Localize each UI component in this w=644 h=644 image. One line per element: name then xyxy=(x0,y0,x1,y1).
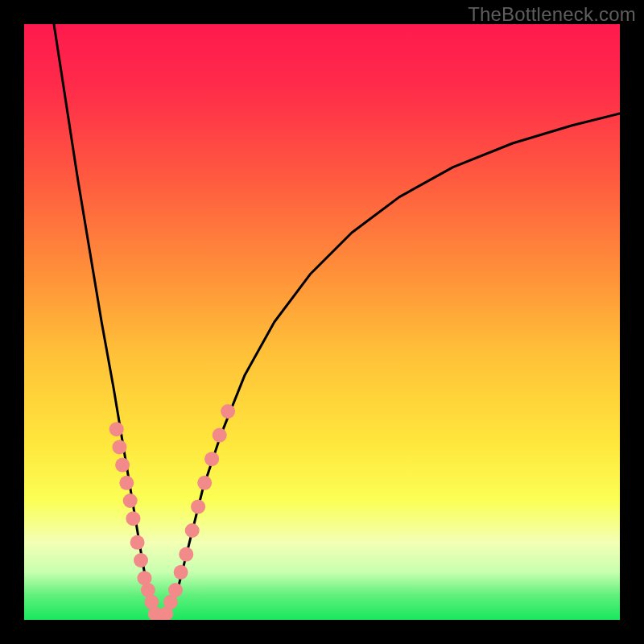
data-point xyxy=(109,422,124,436)
plot-area xyxy=(24,24,620,620)
data-point xyxy=(197,476,212,490)
data-point xyxy=(174,565,188,580)
data-point xyxy=(112,440,126,454)
data-points xyxy=(109,404,235,620)
data-point xyxy=(134,553,148,568)
data-point xyxy=(123,493,138,508)
data-point xyxy=(191,499,205,514)
data-point xyxy=(115,458,130,473)
data-point xyxy=(213,428,227,443)
data-point xyxy=(126,511,140,526)
curve-line xyxy=(54,24,620,620)
data-point xyxy=(185,523,200,538)
data-point xyxy=(119,476,134,490)
data-point xyxy=(130,535,145,550)
chart-frame: TheBottleneck.com xyxy=(0,0,644,644)
watermark-text: TheBottleneck.com xyxy=(468,3,636,26)
bottleneck-curve-path xyxy=(54,24,620,620)
data-point xyxy=(204,452,219,466)
data-point xyxy=(179,547,193,562)
data-point xyxy=(221,404,235,419)
data-point xyxy=(168,583,183,597)
chart-svg xyxy=(24,24,620,620)
